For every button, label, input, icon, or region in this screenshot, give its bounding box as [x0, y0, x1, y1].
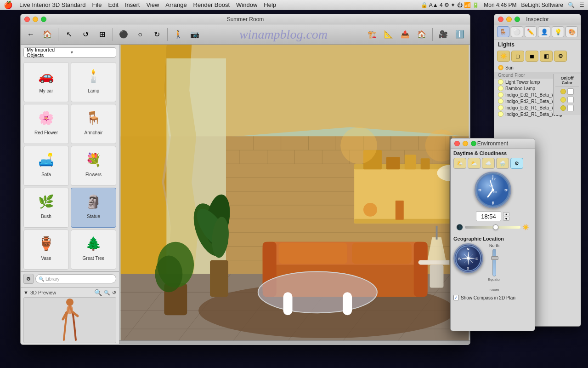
- object-item-my-car[interactable]: 🚗 My car: [23, 62, 69, 102]
- brightness-thumb[interactable]: [493, 224, 498, 230]
- camera-tool[interactable]: 📷: [187, 27, 202, 42]
- object-item-statue[interactable]: 🗿 Statue: [71, 188, 116, 228]
- menu-icons-left: 🔒 A▲ 4 ⚙ ✦ ⏻ 📶 🔋: [421, 2, 479, 8]
- lat-track[interactable]: [492, 249, 496, 276]
- time-input[interactable]: [476, 211, 501, 221]
- sphere-tool[interactable]: ⚫: [116, 27, 131, 42]
- compass[interactable]: N S W E: [453, 243, 483, 273]
- weather-btn-3[interactable]: ☁️: [482, 158, 495, 169]
- object-item-red-flower[interactable]: 🌸 Red Flower: [23, 104, 69, 144]
- sun-list-item[interactable]: Sun: [497, 64, 578, 71]
- inspector-traffic-lights[interactable]: [498, 17, 520, 22]
- weather-btn-4[interactable]: 🌧️: [496, 158, 509, 169]
- lat-thumb[interactable]: [491, 256, 498, 260]
- svg-point-104: [467, 257, 470, 260]
- light-label-0: Light Tower lamp: [505, 80, 540, 85]
- light-btn-1[interactable]: ☀️: [497, 51, 510, 62]
- weather-btn-2[interactable]: ⛅: [468, 158, 481, 169]
- menubar-render[interactable]: Render Boost: [193, 1, 230, 8]
- light-btn-2[interactable]: ◻: [511, 51, 524, 62]
- object-item-vase[interactable]: 🏺 Vase: [23, 230, 69, 270]
- imported-objects-dropdown[interactable]: My Imported Objects ▼: [23, 47, 116, 58]
- zoom-in-icon[interactable]: 🔍: [94, 289, 102, 296]
- inspector-chair-btn[interactable]: 🪑: [497, 26, 509, 37]
- inspector-maximize-button[interactable]: [514, 17, 520, 22]
- weather-btn-1[interactable]: 🌤️: [453, 158, 466, 169]
- object-item-great-tree[interactable]: 🌲 Great Tree: [71, 230, 116, 270]
- inspector-minimize-button[interactable]: [506, 17, 512, 22]
- svg-line-46: [121, 274, 176, 344]
- object-item-lamp[interactable]: 🕯️ Lamp: [71, 62, 116, 102]
- preview-section: ▼ 3D Preview 🔍 🔍 ↺: [21, 288, 119, 344]
- menubar-edit[interactable]: Edit: [108, 1, 118, 8]
- traffic-lights[interactable]: [24, 17, 46, 22]
- forward-button[interactable]: 🏠: [40, 27, 55, 42]
- orbit-tool[interactable]: ↺: [78, 27, 93, 42]
- menubar-view[interactable]: View: [146, 1, 159, 8]
- object-item-armchair[interactable]: 🪑 Armchair: [71, 104, 116, 144]
- search-box[interactable]: 🔍 Library: [35, 274, 116, 283]
- back-button[interactable]: ←: [23, 27, 38, 42]
- minimize-button[interactable]: [33, 17, 38, 22]
- light-btn-4[interactable]: ◧: [540, 51, 553, 62]
- svg-point-90: [492, 189, 494, 191]
- select-tool[interactable]: ↖: [62, 27, 76, 42]
- svg-rect-58: [352, 243, 412, 264]
- menubar-insert[interactable]: Insert: [125, 1, 140, 8]
- home-view-tool[interactable]: 🏠: [414, 27, 429, 42]
- share-tool[interactable]: 📤: [398, 27, 413, 42]
- menubar-search-icon[interactable]: 🔍: [568, 2, 575, 8]
- rotate-tool[interactable]: ↻: [149, 27, 164, 42]
- inspector-color-btn[interactable]: 🎨: [565, 26, 578, 37]
- env-minimize-button[interactable]: [463, 141, 468, 146]
- show-compass-checkbox[interactable]: ✓: [453, 295, 459, 300]
- env-traffic-lights[interactable]: [454, 141, 476, 146]
- object-item-bush[interactable]: 🌿 Bush: [23, 188, 69, 228]
- circle-tool[interactable]: ○: [133, 27, 147, 42]
- color-checkbox-1[interactable]: [567, 88, 574, 95]
- pan-tool[interactable]: ⊞: [95, 27, 109, 42]
- time-up-button[interactable]: ▲: [503, 212, 509, 216]
- inspector-light-btn[interactable]: 💡: [552, 26, 564, 37]
- menubar-help[interactable]: Help: [264, 1, 276, 8]
- menubar-file[interactable]: File: [92, 1, 102, 8]
- settings-tool[interactable]: 🏗️: [365, 27, 379, 42]
- object-item-sofa[interactable]: 🛋️ Sofa: [23, 146, 69, 186]
- light-btn-3[interactable]: ◼: [526, 51, 538, 62]
- maximize-button[interactable]: [41, 17, 46, 22]
- zoom-out-icon[interactable]: 🔍: [104, 290, 110, 296]
- color-checkbox-2[interactable]: [567, 97, 574, 103]
- menubar-window[interactable]: Window: [236, 1, 257, 8]
- object-thumb-statue: 🗿: [80, 190, 107, 213]
- viewport[interactable]: [119, 45, 470, 344]
- refresh-icon[interactable]: ↺: [112, 290, 116, 296]
- inspector-circle-btn[interactable]: ⚪: [511, 26, 523, 37]
- resize-handle[interactable]: [119, 340, 470, 344]
- light-btn-settings[interactable]: ⚙: [554, 51, 567, 62]
- env-close-button[interactable]: [454, 141, 460, 146]
- person-tool[interactable]: 🚶: [171, 27, 186, 42]
- brightness-high-icon: ☀️: [522, 224, 529, 230]
- color-checkbox-3[interactable]: [567, 105, 574, 111]
- env-maximize-button[interactable]: [471, 141, 476, 146]
- svg-line-48: [231, 274, 286, 344]
- grid-tool[interactable]: 📐: [381, 27, 396, 42]
- inspector-edit-btn[interactable]: ✏️: [525, 26, 537, 37]
- inspector-person-btn[interactable]: 👤: [538, 26, 550, 37]
- object-item-flowers[interactable]: 💐 Flowers: [71, 146, 116, 186]
- menubar-appname[interactable]: Live Interior 3D Standard: [19, 1, 86, 8]
- inspector-close-button[interactable]: [498, 17, 503, 22]
- svg-rect-55: [263, 242, 277, 297]
- close-button[interactable]: [24, 17, 30, 22]
- preview-header[interactable]: ▼ 3D Preview 🔍 🔍 ↺: [23, 289, 116, 296]
- menubar-menu-icon[interactable]: ☰: [579, 2, 584, 8]
- weather-btn-settings[interactable]: ⚙: [510, 158, 523, 169]
- menubar-arrange[interactable]: Arrange: [165, 1, 187, 8]
- light-dot-3: [560, 105, 566, 111]
- info-button[interactable]: ℹ️: [452, 27, 467, 42]
- camera2-tool[interactable]: 🎥: [436, 27, 451, 42]
- apple-menu[interactable]: 🍎: [4, 0, 13, 9]
- time-down-button[interactable]: ▼: [503, 217, 509, 221]
- gear-button[interactable]: ⚙: [23, 274, 34, 284]
- brightness-slider[interactable]: [465, 226, 520, 229]
